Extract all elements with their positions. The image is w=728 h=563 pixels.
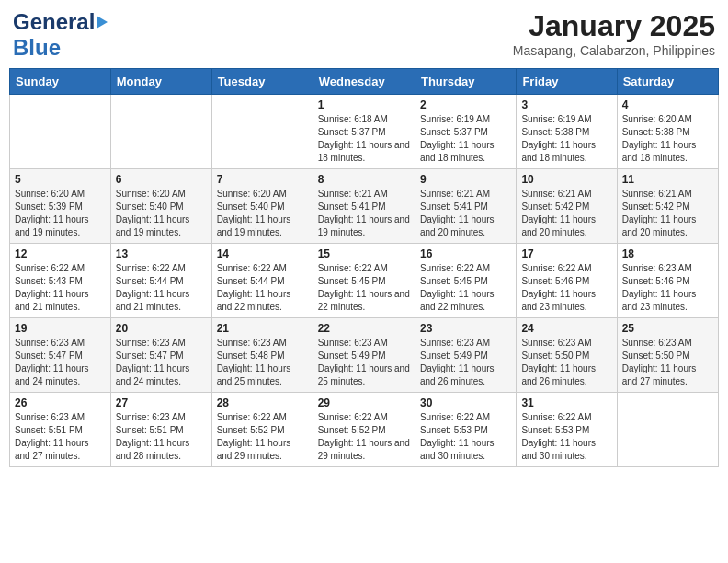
day-info: Sunrise: 6:21 AM Sunset: 5:41 PM Dayligh…	[420, 188, 511, 239]
calendar-day-cell: 20Sunrise: 6:23 AM Sunset: 5:47 PM Dayli…	[110, 318, 211, 393]
day-of-week-header: Monday	[110, 69, 211, 95]
day-info: Sunrise: 6:22 AM Sunset: 5:44 PM Dayligh…	[217, 262, 308, 314]
calendar-week-row: 19Sunrise: 6:23 AM Sunset: 5:47 PM Dayli…	[10, 318, 719, 393]
calendar-day-cell: 2Sunrise: 6:19 AM Sunset: 5:37 PM Daylig…	[415, 95, 516, 169]
day-number: 4	[622, 98, 713, 111]
day-number: 10	[521, 173, 611, 186]
logo-general-text: General	[13, 9, 95, 35]
day-info: Sunrise: 6:23 AM Sunset: 5:49 PM Dayligh…	[420, 337, 511, 388]
day-number: 12	[15, 247, 106, 260]
day-number: 29	[318, 396, 410, 409]
calendar-table: SundayMondayTuesdayWednesdayThursdayFrid…	[9, 68, 719, 467]
calendar-day-cell: 17Sunrise: 6:22 AM Sunset: 5:46 PM Dayli…	[517, 244, 617, 318]
day-number: 17	[521, 247, 611, 260]
day-info: Sunrise: 6:22 AM Sunset: 5:45 PM Dayligh…	[318, 262, 410, 314]
page-header: General Blue January 2025 Masapang, Cala…	[9, 9, 719, 61]
calendar-week-row: 26Sunrise: 6:23 AM Sunset: 5:51 PM Dayli…	[10, 393, 719, 467]
calendar-day-cell	[617, 393, 718, 467]
calendar-day-cell: 26Sunrise: 6:23 AM Sunset: 5:51 PM Dayli…	[10, 393, 111, 467]
calendar-day-cell: 18Sunrise: 6:23 AM Sunset: 5:46 PM Dayli…	[617, 244, 718, 318]
day-number: 23	[420, 322, 511, 335]
day-info: Sunrise: 6:23 AM Sunset: 5:46 PM Dayligh…	[622, 262, 713, 314]
day-info: Sunrise: 6:23 AM Sunset: 5:51 PM Dayligh…	[116, 411, 207, 463]
calendar-day-cell: 15Sunrise: 6:22 AM Sunset: 5:45 PM Dayli…	[313, 244, 415, 318]
day-info: Sunrise: 6:22 AM Sunset: 5:43 PM Dayligh…	[15, 262, 106, 314]
day-number: 5	[15, 173, 106, 186]
day-number: 1	[318, 98, 410, 111]
day-number: 27	[116, 396, 207, 409]
calendar-day-cell: 1Sunrise: 6:18 AM Sunset: 5:37 PM Daylig…	[313, 95, 415, 169]
day-number: 3	[521, 98, 611, 111]
day-number: 8	[318, 173, 410, 186]
day-info: Sunrise: 6:23 AM Sunset: 5:47 PM Dayligh…	[15, 337, 106, 388]
day-number: 6	[116, 173, 207, 186]
calendar-week-row: 12Sunrise: 6:22 AM Sunset: 5:43 PM Dayli…	[10, 244, 719, 318]
calendar-day-cell: 9Sunrise: 6:21 AM Sunset: 5:41 PM Daylig…	[415, 169, 516, 244]
day-info: Sunrise: 6:23 AM Sunset: 5:48 PM Dayligh…	[217, 337, 308, 388]
day-number: 22	[318, 322, 410, 335]
calendar-day-cell: 25Sunrise: 6:23 AM Sunset: 5:50 PM Dayli…	[617, 318, 718, 393]
day-number: 11	[622, 173, 713, 186]
day-info: Sunrise: 6:23 AM Sunset: 5:47 PM Dayligh…	[116, 337, 207, 388]
day-number: 2	[420, 98, 511, 111]
calendar-day-cell: 12Sunrise: 6:22 AM Sunset: 5:43 PM Dayli…	[10, 244, 111, 318]
day-info: Sunrise: 6:22 AM Sunset: 5:53 PM Dayligh…	[420, 411, 511, 463]
calendar-day-cell	[211, 95, 313, 169]
calendar-day-cell: 21Sunrise: 6:23 AM Sunset: 5:48 PM Dayli…	[211, 318, 313, 393]
calendar-header-row: SundayMondayTuesdayWednesdayThursdayFrid…	[10, 69, 719, 95]
calendar-day-cell: 13Sunrise: 6:22 AM Sunset: 5:44 PM Dayli…	[110, 244, 211, 318]
day-of-week-header: Sunday	[10, 69, 111, 95]
day-info: Sunrise: 6:20 AM Sunset: 5:39 PM Dayligh…	[15, 188, 106, 239]
day-number: 16	[420, 247, 511, 260]
day-of-week-header: Friday	[517, 69, 617, 95]
day-info: Sunrise: 6:21 AM Sunset: 5:42 PM Dayligh…	[622, 188, 713, 239]
calendar-day-cell: 23Sunrise: 6:23 AM Sunset: 5:49 PM Dayli…	[415, 318, 516, 393]
calendar-day-cell: 27Sunrise: 6:23 AM Sunset: 5:51 PM Dayli…	[110, 393, 211, 467]
calendar-day-cell: 28Sunrise: 6:22 AM Sunset: 5:52 PM Dayli…	[211, 393, 313, 467]
day-info: Sunrise: 6:22 AM Sunset: 5:46 PM Dayligh…	[521, 262, 611, 314]
day-number: 25	[622, 322, 713, 335]
day-of-week-header: Saturday	[617, 69, 718, 95]
day-info: Sunrise: 6:23 AM Sunset: 5:50 PM Dayligh…	[622, 337, 713, 388]
day-info: Sunrise: 6:20 AM Sunset: 5:40 PM Dayligh…	[217, 188, 308, 239]
day-number: 26	[15, 396, 106, 409]
calendar-day-cell: 30Sunrise: 6:22 AM Sunset: 5:53 PM Dayli…	[415, 393, 516, 467]
calendar-day-cell	[110, 95, 211, 169]
day-number: 14	[217, 247, 308, 260]
day-info: Sunrise: 6:19 AM Sunset: 5:38 PM Dayligh…	[521, 113, 611, 165]
calendar-day-cell: 8Sunrise: 6:21 AM Sunset: 5:41 PM Daylig…	[313, 169, 415, 244]
calendar-week-row: 1Sunrise: 6:18 AM Sunset: 5:37 PM Daylig…	[10, 95, 719, 169]
day-number: 19	[15, 322, 106, 335]
calendar-day-cell: 19Sunrise: 6:23 AM Sunset: 5:47 PM Dayli…	[10, 318, 111, 393]
calendar-day-cell: 11Sunrise: 6:21 AM Sunset: 5:42 PM Dayli…	[617, 169, 718, 244]
location-subtitle: Masapang, Calabarzon, Philippines	[513, 43, 715, 58]
day-number: 9	[420, 173, 511, 186]
day-of-week-header: Tuesday	[211, 69, 313, 95]
logo-arrow-icon	[97, 16, 108, 29]
calendar-day-cell: 22Sunrise: 6:23 AM Sunset: 5:49 PM Dayli…	[313, 318, 415, 393]
calendar-day-cell	[10, 95, 111, 169]
title-section: January 2025 Masapang, Calabarzon, Phili…	[513, 9, 715, 58]
calendar-week-row: 5Sunrise: 6:20 AM Sunset: 5:39 PM Daylig…	[10, 169, 719, 244]
logo-blue-text: Blue	[13, 35, 61, 60]
day-info: Sunrise: 6:20 AM Sunset: 5:38 PM Dayligh…	[622, 113, 713, 165]
calendar-day-cell: 24Sunrise: 6:23 AM Sunset: 5:50 PM Dayli…	[517, 318, 617, 393]
day-info: Sunrise: 6:22 AM Sunset: 5:53 PM Dayligh…	[521, 411, 611, 463]
day-info: Sunrise: 6:18 AM Sunset: 5:37 PM Dayligh…	[318, 113, 410, 165]
day-info: Sunrise: 6:23 AM Sunset: 5:50 PM Dayligh…	[521, 337, 611, 388]
day-number: 15	[318, 247, 410, 260]
day-number: 18	[622, 247, 713, 260]
day-number: 13	[116, 247, 207, 260]
calendar-day-cell: 29Sunrise: 6:22 AM Sunset: 5:52 PM Dayli…	[313, 393, 415, 467]
day-info: Sunrise: 6:22 AM Sunset: 5:44 PM Dayligh…	[116, 262, 207, 314]
calendar-day-cell: 5Sunrise: 6:20 AM Sunset: 5:39 PM Daylig…	[10, 169, 111, 244]
day-number: 24	[521, 322, 611, 335]
logo: General Blue	[13, 9, 108, 61]
month-title: January 2025	[513, 9, 715, 43]
day-of-week-header: Wednesday	[313, 69, 415, 95]
day-number: 30	[420, 396, 511, 409]
day-info: Sunrise: 6:19 AM Sunset: 5:37 PM Dayligh…	[420, 113, 511, 165]
day-info: Sunrise: 6:22 AM Sunset: 5:45 PM Dayligh…	[420, 262, 511, 314]
calendar-day-cell: 3Sunrise: 6:19 AM Sunset: 5:38 PM Daylig…	[517, 95, 617, 169]
day-info: Sunrise: 6:22 AM Sunset: 5:52 PM Dayligh…	[217, 411, 308, 463]
